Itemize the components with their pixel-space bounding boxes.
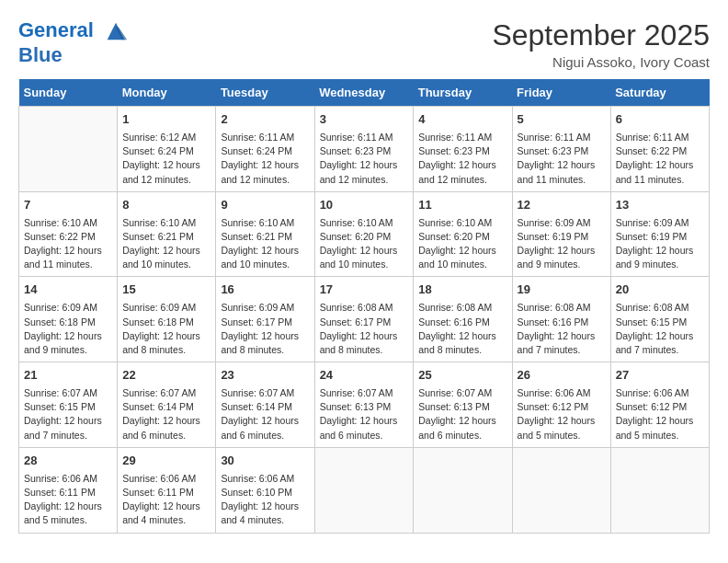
- weekday-header-sunday: Sunday: [19, 79, 118, 107]
- day-info-line: Sunset: 6:11 PM: [24, 486, 112, 500]
- day-info-line: Sunrise: 6:09 AM: [24, 301, 112, 315]
- day-info-line: Sunset: 6:15 PM: [616, 316, 704, 329]
- day-number: 24: [320, 367, 409, 385]
- day-info-line: and 11 minutes.: [616, 173, 704, 187]
- calendar-cell: [610, 447, 709, 533]
- calendar-cell: 24Sunrise: 6:07 AMSunset: 6:13 PMDayligh…: [314, 362, 414, 448]
- calendar-cell: 6Sunrise: 6:11 AMSunset: 6:22 PMDaylight…: [610, 107, 709, 192]
- weekday-header-wednesday: Wednesday: [314, 79, 414, 107]
- day-info-line: Daylight: 12 hours: [122, 329, 210, 343]
- day-info-line: and 12 minutes.: [418, 173, 506, 187]
- title-block: September 2025 Nigui Assoko, Ivory Coast: [492, 18, 710, 70]
- calendar-cell: 18Sunrise: 6:08 AMSunset: 6:16 PMDayligh…: [414, 277, 512, 362]
- day-info-line: Daylight: 12 hours: [24, 244, 112, 258]
- day-info-line: Daylight: 12 hours: [518, 329, 606, 343]
- day-info-line: and 6 minutes.: [221, 429, 309, 442]
- day-number: 14: [24, 282, 112, 299]
- day-info-line: Sunset: 6:18 PM: [24, 316, 112, 329]
- day-number: 27: [616, 367, 704, 385]
- logo-icon: [103, 18, 129, 44]
- day-info-line: and 9 minutes.: [24, 343, 112, 357]
- day-info-line: and 7 minutes.: [616, 343, 704, 357]
- day-info-line: Sunrise: 6:06 AM: [616, 386, 704, 400]
- calendar-cell: 16Sunrise: 6:09 AMSunset: 6:17 PMDayligh…: [216, 277, 314, 362]
- day-info-line: Sunset: 6:23 PM: [320, 144, 409, 158]
- calendar-cell: 30Sunrise: 6:06 AMSunset: 6:10 PMDayligh…: [216, 447, 314, 533]
- day-info-line: Sunrise: 6:08 AM: [518, 301, 606, 315]
- day-info-line: Sunrise: 6:08 AM: [320, 301, 409, 315]
- day-info-line: Sunset: 6:24 PM: [221, 144, 309, 158]
- day-number: 16: [221, 282, 309, 299]
- day-info-line: Sunrise: 6:07 AM: [418, 386, 506, 400]
- day-info-line: Sunrise: 6:10 AM: [418, 216, 506, 230]
- day-info-line: Sunset: 6:22 PM: [24, 230, 112, 244]
- day-info-line: Daylight: 12 hours: [616, 414, 704, 428]
- day-info-line: Sunrise: 6:08 AM: [418, 301, 506, 315]
- day-info-line: Daylight: 12 hours: [122, 244, 210, 258]
- day-info-line: and 5 minutes.: [616, 429, 704, 442]
- day-info-line: Daylight: 12 hours: [320, 158, 409, 172]
- logo: General Blue: [18, 18, 129, 66]
- calendar-cell: 5Sunrise: 6:11 AMSunset: 6:23 PMDaylight…: [512, 107, 610, 192]
- calendar-cell: 17Sunrise: 6:08 AMSunset: 6:17 PMDayligh…: [314, 277, 414, 362]
- day-info-line: Daylight: 12 hours: [616, 158, 704, 172]
- day-number: 23: [221, 367, 309, 385]
- day-info-line: Daylight: 12 hours: [24, 329, 112, 343]
- day-info-line: Sunset: 6:17 PM: [221, 316, 309, 329]
- day-info-line: Daylight: 12 hours: [221, 500, 309, 513]
- calendar-cell: 7Sunrise: 6:10 AMSunset: 6:22 PMDaylight…: [19, 191, 118, 277]
- day-info-line: Sunset: 6:18 PM: [122, 316, 210, 329]
- day-info-line: Daylight: 12 hours: [418, 414, 506, 428]
- day-info-line: Sunset: 6:12 PM: [518, 400, 606, 414]
- day-info-line: Daylight: 12 hours: [518, 414, 606, 428]
- calendar-cell: 22Sunrise: 6:07 AMSunset: 6:14 PMDayligh…: [118, 362, 216, 448]
- day-info-line: and 8 minutes.: [418, 343, 506, 357]
- day-info-line: and 8 minutes.: [221, 343, 309, 357]
- day-info-line: Sunrise: 6:06 AM: [24, 472, 112, 486]
- day-info-line: Sunrise: 6:10 AM: [320, 216, 409, 230]
- day-info-line: Sunrise: 6:07 AM: [320, 386, 409, 400]
- day-info-line: Sunset: 6:21 PM: [221, 230, 309, 244]
- day-info-line: Sunrise: 6:09 AM: [221, 301, 309, 315]
- day-info-line: and 6 minutes.: [418, 429, 506, 442]
- day-info-line: Sunset: 6:14 PM: [221, 400, 309, 414]
- calendar-cell: 3Sunrise: 6:11 AMSunset: 6:23 PMDaylight…: [314, 107, 414, 192]
- day-info-line: and 11 minutes.: [518, 173, 606, 187]
- calendar-cell: [414, 447, 512, 533]
- calendar-cell: 12Sunrise: 6:09 AMSunset: 6:19 PMDayligh…: [512, 191, 610, 277]
- month-title: September 2025: [492, 18, 710, 52]
- calendar-cell: 4Sunrise: 6:11 AMSunset: 6:23 PMDaylight…: [414, 107, 512, 192]
- calendar-cell: 20Sunrise: 6:08 AMSunset: 6:15 PMDayligh…: [610, 277, 709, 362]
- calendar-cell: 15Sunrise: 6:09 AMSunset: 6:18 PMDayligh…: [118, 277, 216, 362]
- calendar-cell: 11Sunrise: 6:10 AMSunset: 6:20 PMDayligh…: [414, 191, 512, 277]
- day-info-line: and 8 minutes.: [122, 343, 210, 357]
- day-info-line: Daylight: 12 hours: [24, 500, 112, 513]
- day-info-line: Sunset: 6:23 PM: [518, 144, 606, 158]
- day-number: 20: [616, 282, 704, 299]
- day-info-line: Sunrise: 6:11 AM: [616, 131, 704, 144]
- day-number: 26: [518, 367, 606, 385]
- day-number: 11: [418, 197, 506, 214]
- day-info-line: Daylight: 12 hours: [616, 244, 704, 258]
- day-info-line: Daylight: 12 hours: [320, 244, 409, 258]
- day-info-line: and 12 minutes.: [320, 173, 409, 187]
- day-info-line: Daylight: 12 hours: [518, 158, 606, 172]
- day-info-line: Sunrise: 6:07 AM: [221, 386, 309, 400]
- day-info-line: Daylight: 12 hours: [518, 244, 606, 258]
- day-info-line: Sunrise: 6:11 AM: [418, 131, 506, 144]
- day-info-line: and 5 minutes.: [24, 513, 112, 527]
- day-info-line: and 6 minutes.: [320, 429, 409, 442]
- day-info-line: Daylight: 12 hours: [418, 244, 506, 258]
- day-info-line: and 4 minutes.: [122, 513, 210, 527]
- day-number: 13: [616, 197, 704, 214]
- day-number: 29: [122, 453, 210, 470]
- day-info-line: Sunset: 6:16 PM: [418, 316, 506, 329]
- weekday-header-friday: Friday: [512, 79, 610, 107]
- calendar-week-4: 21Sunrise: 6:07 AMSunset: 6:15 PMDayligh…: [19, 362, 710, 448]
- location: Nigui Assoko, Ivory Coast: [492, 54, 710, 70]
- day-info-line: Sunrise: 6:11 AM: [518, 131, 606, 144]
- day-number: 5: [518, 111, 606, 129]
- day-info-line: Sunset: 6:14 PM: [122, 400, 210, 414]
- day-info-line: Sunset: 6:11 PM: [122, 486, 210, 500]
- calendar-cell: 9Sunrise: 6:10 AMSunset: 6:21 PMDaylight…: [216, 191, 314, 277]
